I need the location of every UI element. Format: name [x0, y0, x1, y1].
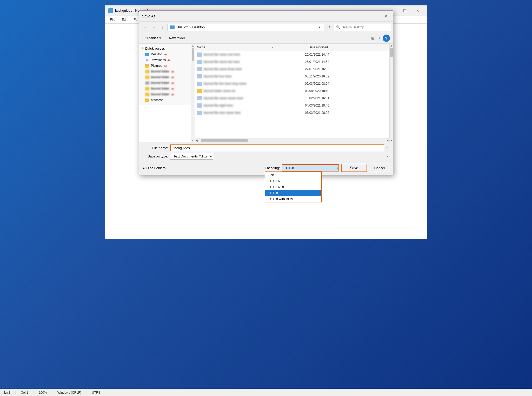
sidebar-desktop-label: Desktop [151, 52, 162, 56]
sidebar-scroll-down[interactable]: ▼ [191, 138, 195, 142]
save-type-select[interactable]: Text Documents (*.txt) [170, 153, 213, 160]
encoding-dropdown: ANSI UTF-16 LE UTF-16 BE UTF-8 UTF-8 wit… [265, 171, 322, 202]
file-date-3: 27/01/2021 16:06 [305, 67, 387, 71]
sidebar-item-folder4[interactable]: blurred folder 📌 [139, 86, 191, 91]
search-bar: 🔍 [334, 24, 391, 31]
sort-up-arrow: ▲ [271, 46, 274, 49]
address-separator: › [190, 25, 191, 29]
encoding-option-utf8bom-item[interactable]: UTF-8 with BOM [265, 196, 321, 202]
file-name-input[interactable] [170, 144, 390, 151]
table-row[interactable]: blurred file name one here 26/01/2021 14… [195, 51, 389, 58]
file-date-9: 06/03/2021 08:02 [305, 111, 387, 115]
address-bar: This PC › Desktop ▾ [168, 24, 324, 31]
save-type-chevron-icon: ▾ [387, 155, 388, 158]
encoding-option-ansi-item[interactable]: ANSI [265, 172, 321, 178]
file-name-dropdown-button[interactable]: ▾ [384, 144, 390, 151]
file-date-2: 26/01/2021 14:54 [305, 60, 387, 64]
save-button[interactable]: Save [341, 164, 367, 172]
up-button[interactable]: ↑ [159, 24, 167, 31]
file-date-8: 04/03/2021 18:40 [305, 104, 387, 107]
vscroll-up[interactable]: ▲ [390, 44, 393, 47]
col-name-header[interactable]: Name [197, 45, 309, 49]
file-icon-2 [197, 60, 202, 64]
sidebar-container: ▲ ▼ ★ Quick access Desktop 📌 [139, 44, 195, 142]
table-row[interactable]: blurred folder name six 08/08/2020 18:40 [195, 87, 389, 95]
table-row[interactable]: blurred file name three here 27/01/2021 … [195, 65, 389, 73]
file-date-1: 26/01/2021 14:44 [305, 53, 387, 56]
table-row[interactable]: blurred file five here long name 06/03/2… [195, 80, 389, 87]
sidebar-downloads-label: Downloads [150, 58, 166, 62]
folder-yellow-icon-1 [145, 70, 149, 73]
encoding-select-wrapper: UTF-8 ANSI UTF-16 LE UTF-16 BE UTF-8 wit… [282, 164, 339, 171]
table-row[interactable]: blurred file four here 05/11/2020 16:32 [195, 73, 389, 80]
file-icon-1 [197, 52, 202, 57]
file-name-3: blurred file name three here [204, 67, 305, 71]
file-name-6: blurred folder name six [204, 89, 305, 93]
col-date-header[interactable]: Date modified [309, 45, 387, 49]
encoding-section: Encoding: UTF-8 ANSI UTF-16 LE UTF-16 BE… [265, 164, 339, 171]
sidebar-folder1-label: blurred folder [151, 70, 169, 73]
hide-folders-button[interactable]: ▲ Hide Folders [142, 164, 165, 171]
dialog-close-button[interactable]: ✕ [382, 12, 390, 20]
cancel-button[interactable]: Cancel [369, 164, 390, 172]
file-icon-7 [197, 96, 202, 100]
file-name-row: File name: ▾ [142, 144, 390, 151]
table-row[interactable]: blurred file name seven here 13/02/2021 … [195, 95, 389, 102]
new-folder-button[interactable]: New folder [166, 35, 188, 42]
download-icon: ⬇ [145, 58, 149, 62]
statusbar: Ln 1 Col 1 100% Windows (CRLF) UTF-8 [0, 389, 532, 396]
forward-button[interactable]: → [150, 24, 158, 31]
sidebar-item-pictures[interactable]: Pictures 📌 [139, 63, 191, 69]
pin-icon-2: 📌 [167, 58, 171, 62]
sidebar: ★ Quick access Desktop 📌 ⬇ Downloads 📌 [139, 44, 191, 105]
help-button[interactable]: ? [383, 35, 390, 42]
search-input[interactable] [342, 25, 389, 29]
sidebar-folder5-label: blurred folder [151, 93, 169, 96]
dialog-content: ▲ ▼ ★ Quick access Desktop 📌 [139, 43, 393, 142]
sidebar-folder3-label: blurred folder [151, 81, 169, 85]
refresh-button[interactable]: ↺ [325, 24, 333, 31]
sidebar-item-htaccess[interactable]: htaccess [139, 97, 191, 103]
table-row[interactable]: blurred file name two here 26/01/2021 14… [195, 58, 389, 65]
encoding-option-utf8-item[interactable]: UTF-8 [265, 190, 321, 196]
pin-icon-6: 📌 [170, 81, 175, 85]
sidebar-item-folder5[interactable]: blurred folder 📌 [139, 91, 191, 97]
sidebar-item-folder2[interactable]: blurred folder 📌 [139, 74, 191, 80]
hscroll-right[interactable]: ▶ [386, 139, 389, 142]
back-button[interactable]: ← [141, 24, 149, 31]
view-button[interactable]: ⊞ [369, 35, 377, 42]
sidebar-item-folder1[interactable]: blurred folder 📌 [139, 69, 191, 74]
status-line-item: Ln 1 [2, 391, 16, 394]
file-name-8: blurred file eight here [204, 104, 305, 107]
status-eol-item: Windows (CRLF) [52, 391, 87, 394]
file-icon-5 [197, 82, 202, 86]
file-name-2: blurred file name two here [204, 60, 305, 64]
file-vertical-scrollbar: ▲ ▼ [389, 44, 393, 142]
sidebar-scroll-up[interactable]: ▲ [191, 44, 195, 47]
file-name-1: blurred file name one here [204, 53, 305, 56]
hscroll-left[interactable]: ◀ [195, 139, 198, 142]
sidebar-item-desktop[interactable]: Desktop 📌 [139, 51, 191, 57]
dialog-overlay: Save As ✕ ← → ↑ This PC › Desktop ▾ ↺ 🔍 [0, 0, 532, 396]
encoding-option-utf16le-item[interactable]: UTF-16 LE [265, 178, 321, 184]
sidebar-item-downloads[interactable]: ⬇ Downloads 📌 [139, 57, 191, 63]
horizontal-scrollbar: ◀ ▶ [195, 138, 389, 142]
address-chevron-icon[interactable]: ▾ [317, 25, 322, 29]
dialog-title: Save As [142, 14, 155, 18]
save-as-dialog: Save As ✕ ← → ↑ This PC › Desktop ▾ ↺ 🔍 [139, 10, 393, 175]
vscroll-down[interactable]: ▼ [390, 138, 393, 142]
dialog-toolbar2: Organise ▾ New folder ⊞ ▾ ? [139, 33, 393, 43]
sidebar-scrollbar: ▲ ▼ [191, 44, 195, 142]
sidebar-item-folder3[interactable]: blurred folder 📌 [139, 80, 191, 86]
pin-icon-7: 📌 [170, 87, 175, 91]
folder-yellow-icon-4 [145, 93, 149, 96]
encoding-option-utf16be-item[interactable]: UTF-16 BE [265, 184, 321, 190]
encoding-select[interactable]: UTF-8 ANSI UTF-16 LE UTF-16 BE UTF-8 wit… [282, 164, 339, 171]
file-list-header: Name ▲ Date modified [195, 44, 389, 51]
organise-button[interactable]: Organise ▾ [142, 35, 164, 42]
table-row[interactable]: blurred file nine name here 06/03/2021 0… [195, 109, 389, 116]
file-date-4: 05/11/2020 16:32 [305, 75, 387, 78]
table-row[interactable]: blurred file eight here 04/03/2021 18:40 [195, 102, 389, 109]
folder-yellow-icon-3 [145, 87, 149, 90]
encoding-row: Encoding: UTF-8 ANSI UTF-16 LE UTF-16 BE… [265, 164, 339, 171]
